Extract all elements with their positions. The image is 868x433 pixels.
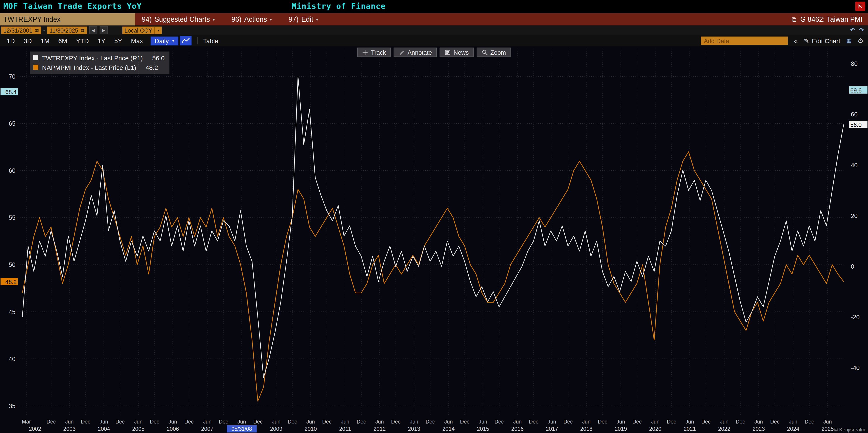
svg-text:Dec: Dec [253,419,263,425]
tool-label: Annotate [408,49,432,56]
svg-text:Jun: Jun [272,419,281,425]
svg-text:Jun: Jun [100,419,108,425]
svg-text:2013: 2013 [408,426,420,432]
legend-label: NAPMPMI Index - Last Price (L1) [42,64,136,70]
svg-text:2018: 2018 [580,426,592,432]
undo-icon[interactable]: ↶ [850,27,855,34]
shift-forward-button[interactable]: ▶ [99,26,108,34]
svg-text:2003: 2003 [63,426,75,432]
svg-text:60: 60 [9,167,16,174]
svg-text:40: 40 [851,162,858,169]
chevron-down-icon: ▾ [316,17,318,22]
collapse-button[interactable]: « [794,37,798,44]
range-tab-max[interactable]: Max [127,36,147,45]
x-axis-labels: MarDecJunDecJunDecJunDecJunDecJunDecJunD… [22,419,834,432]
svg-text:35: 35 [9,403,16,409]
range-tab-6m[interactable]: 6M [54,36,72,45]
svg-text:Dec: Dec [357,419,366,425]
range-tab-ytd[interactable]: YTD [72,36,93,45]
range-tab-1d[interactable]: 1D [2,36,19,45]
chevron-down-icon: ▾ [172,38,174,43]
svg-text:2015: 2015 [477,426,489,432]
range-tab-3d[interactable]: 3D [19,36,36,45]
track-button[interactable]: Track [357,48,391,57]
bloomberg-terminal: MOF Taiwan Trade Exports YoY Ministry of… [0,0,868,433]
ribbon-right: ⧉ G 8462: Taiwan PMI [792,16,868,23]
gear-icon[interactable]: ⚙ [858,37,864,44]
annotate-icon [399,49,405,55]
date-bar: 12/31/2001 ▦ - 11/30/2025 ▦ ◀ ▶ Local CC… [0,26,868,35]
svg-text:2022: 2022 [718,426,730,432]
table-tab[interactable]: Table [203,37,218,44]
svg-text:Jun: Jun [513,419,522,425]
svg-text:55: 55 [9,214,16,221]
command-ribbon: TWTREXPY Index 94)Suggested Charts▾96)Ac… [0,13,868,26]
end-date-field[interactable]: 11/30/2025 ▦ [47,26,87,34]
currency-select[interactable]: Local CCY [122,26,155,34]
chevron-down-icon: ▾ [213,17,215,22]
series-swatch-white [33,55,38,60]
menu-suggested-charts[interactable]: 94)Suggested Charts▾ [142,16,215,23]
chart-toolbar: 1D3D1M6MYTD1Y5YMax Daily ▾ Table Add Dat… [0,35,868,47]
svg-text:Dec: Dec [391,419,401,425]
start-date-field[interactable]: 12/31/2001 ▦ [1,26,41,34]
range-tab-5y[interactable]: 5Y [110,36,127,45]
svg-text:05/31/08: 05/31/08 [231,426,252,432]
svg-text:2024: 2024 [787,426,799,432]
svg-text:Jun: Jun [686,419,694,425]
add-data-input[interactable]: Add Data [701,37,788,45]
source-title: Ministry of Finance [292,2,385,10]
edit-chart-label: Edit Chart [812,37,840,44]
news-icon [445,49,451,55]
annotate-button[interactable]: Annotate [394,48,437,57]
svg-text:Jun: Jun [168,419,177,425]
svg-text:Dec: Dec [667,419,676,425]
divider [197,37,197,44]
svg-text:Mar: Mar [22,419,31,425]
svg-text:2025: 2025 [822,426,834,432]
news-button[interactable]: News [440,48,474,57]
left-axis-badge-48.2: 48.2 [0,278,18,285]
calendar-icon: ▦ [35,28,39,33]
screen-grab-icon[interactable]: ⇱ [855,2,865,11]
svg-text:Dec: Dec [598,419,608,425]
chart-settings-icon[interactable]: ▦ [846,38,851,44]
svg-text:Dec: Dec [322,419,332,425]
menu-key: 94) [142,16,152,23]
legend-value: 48.2 [146,64,158,70]
svg-text:Jun: Jun [203,419,212,425]
menu-label: Actions [244,16,267,23]
legend-row-twtrexpy[interactable]: TWTREXPY Index - Last Price (R1) 56.0 [33,53,164,63]
svg-text:60: 60 [851,111,858,118]
calendar-icon: ▦ [81,28,85,33]
legend-label: TWTREXPY Index - Last Price (R1) [42,55,143,61]
svg-text:45: 45 [9,309,16,315]
legend-row-napmpmi[interactable]: NAPMPMI Index - Last Price (L1) 48.2 [33,63,164,72]
security-ticker[interactable]: TWTREXPY Index [0,13,135,26]
shift-back-button[interactable]: ◀ [89,26,97,34]
svg-text:Jun: Jun [582,419,591,425]
svg-text:2002: 2002 [29,426,41,432]
svg-text:Dec: Dec [805,419,814,425]
right-axis-badge-56.0: 56.0 [849,121,868,128]
redo-icon[interactable]: ↷ [859,27,864,34]
axis-labels: 7065605550454035806040200-20-40 [9,60,860,409]
svg-text:2009: 2009 [270,426,282,432]
svg-text:2011: 2011 [339,426,351,432]
open-window-icon[interactable]: ⧉ [792,16,796,23]
range-tab-1y[interactable]: 1Y [93,36,110,45]
zoom-button[interactable]: Zoom [476,48,511,57]
range-tab-1m[interactable]: 1M [36,36,54,45]
svg-text:2006: 2006 [166,426,179,432]
range-tabs: 1D3D1M6MYTD1Y5YMax [2,36,147,45]
currency-dropdown-button[interactable]: ▾ [154,26,162,34]
svg-text:65: 65 [9,120,16,127]
menu-actions[interactable]: 96)Actions▾ [231,16,272,23]
svg-text:70: 70 [9,73,16,80]
start-date-value: 12/31/2001 [3,27,33,33]
price-chart[interactable]: 7065605550454035806040200-20-40MarDecJun… [0,47,868,433]
frequency-select[interactable]: Daily ▾ [151,36,178,45]
menu-edit[interactable]: 97)Edit▾ [289,16,318,23]
chart-type-button[interactable] [180,36,191,45]
edit-chart-button[interactable]: ✎ Edit Chart [804,37,840,44]
